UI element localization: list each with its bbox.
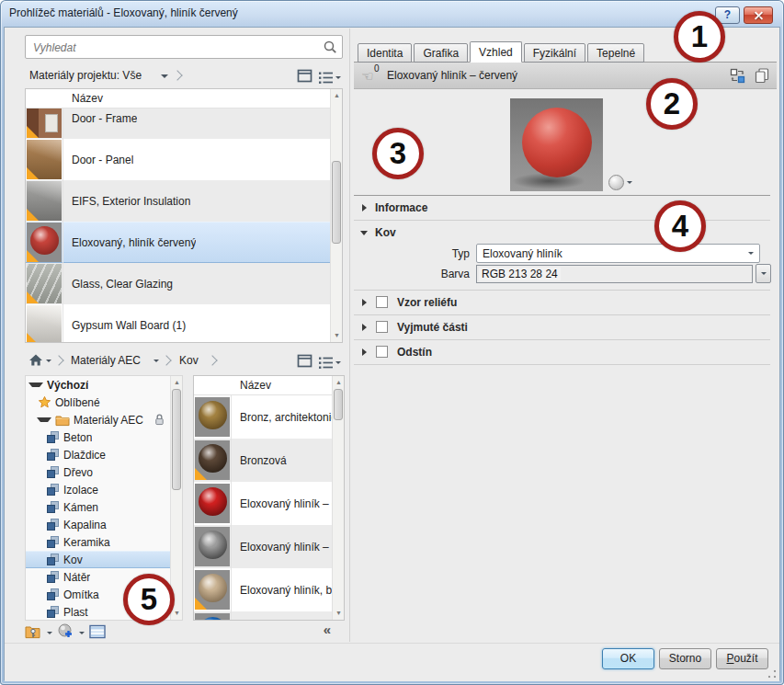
scrollbar-thumb[interactable] bbox=[332, 161, 341, 244]
section-informace[interactable]: Informace bbox=[354, 196, 770, 220]
material-name: Eloxovaný hliník, bro bbox=[230, 584, 332, 597]
view-type-icon[interactable] bbox=[318, 71, 341, 85]
combo-arrow-icon bbox=[748, 252, 754, 255]
resize-grip-icon[interactable] bbox=[767, 669, 777, 679]
collapse-library-button[interactable]: « bbox=[316, 622, 338, 638]
material-name: Glass, Clear Glazing bbox=[62, 278, 173, 291]
tree-item[interactable]: Výchozí bbox=[26, 376, 182, 394]
duplicate-asset-icon[interactable] bbox=[755, 68, 769, 86]
tree-scrollbar[interactable]: ▲ ▼ bbox=[170, 376, 182, 620]
tree-item[interactable]: Oblíbené bbox=[26, 394, 182, 411]
material-row[interactable]: Eloxovaný hliník, mo bbox=[194, 611, 332, 620]
create-material-dropdown-icon[interactable] bbox=[79, 632, 85, 634]
show-preview-pane-icon[interactable] bbox=[297, 68, 312, 86]
scroll-down-icon[interactable]: ▼ bbox=[334, 608, 344, 619]
breadcrumb-chevron-icon bbox=[161, 355, 171, 365]
manage-library-dropdown-icon[interactable] bbox=[47, 632, 52, 634]
barva-color-swatch[interactable]: RGB 213 28 24 bbox=[476, 265, 753, 283]
search-input[interactable] bbox=[31, 39, 320, 57]
expand-icon[interactable] bbox=[362, 324, 367, 331]
project-filter-label[interactable]: Materiály projektu: Vše bbox=[29, 69, 142, 82]
expander-icon[interactable] bbox=[28, 382, 43, 387]
name-column-header[interactable]: Název bbox=[194, 376, 332, 395]
scroll-down-icon[interactable]: ▼ bbox=[172, 608, 182, 619]
scrollbar-thumb[interactable] bbox=[172, 389, 181, 490]
expand-icon[interactable] bbox=[362, 204, 367, 211]
expand-icon[interactable] bbox=[362, 299, 367, 306]
scroll-up-icon[interactable]: ▲ bbox=[172, 377, 182, 388]
material-thumbnail bbox=[195, 570, 230, 610]
material-title: Eloxovaný hliník – červený bbox=[387, 69, 517, 82]
panel-splitter[interactable] bbox=[349, 29, 350, 642]
tree-item[interactable]: Kámen bbox=[26, 498, 182, 516]
material-row[interactable]: Eloxovaný hliník, bro bbox=[194, 568, 332, 611]
tree-item[interactable]: Materiály AEC bbox=[26, 411, 182, 428]
vyjmute-checkbox[interactable] bbox=[376, 321, 388, 333]
view-type-dropdown-icon[interactable] bbox=[335, 361, 341, 364]
tree-item[interactable]: Dlaždice bbox=[26, 446, 182, 463]
material-row[interactable]: Eloxovaný hliník – stř bbox=[194, 525, 332, 568]
callout-4: 4 bbox=[654, 200, 706, 252]
create-material-icon[interactable] bbox=[57, 622, 74, 643]
replace-asset-icon[interactable] bbox=[730, 68, 745, 86]
scrollbar-thumb[interactable] bbox=[334, 389, 343, 420]
warning-icon bbox=[27, 291, 39, 303]
barva-dropdown-button[interactable] bbox=[756, 264, 771, 283]
material-row[interactable]: Gypsum Wall Board (1) bbox=[26, 304, 330, 342]
home-icon[interactable] bbox=[28, 353, 43, 370]
name-column-header[interactable]: Název bbox=[26, 89, 330, 108]
preview-scene-button[interactable] bbox=[608, 175, 632, 190]
material-row[interactable]: Eloxovaný, hliník červený bbox=[26, 222, 330, 263]
library-list-scrollbar[interactable]: ▲ ▼ bbox=[332, 376, 344, 620]
tree-item[interactable]: Beton bbox=[26, 428, 182, 446]
category-icon bbox=[45, 518, 60, 532]
project-list-scrollbar[interactable]: ▲ ▼ bbox=[330, 89, 342, 342]
tree-item[interactable]: Dřevo bbox=[26, 463, 182, 481]
typ-combobox[interactable]: Eloxovaný hliník bbox=[476, 244, 760, 263]
scroll-up-icon[interactable]: ▲ bbox=[334, 377, 344, 388]
expand-icon[interactable] bbox=[362, 348, 367, 356]
material-row[interactable]: Door - Panel bbox=[26, 139, 330, 180]
material-row[interactable]: EIFS, Exterior Insulation bbox=[26, 180, 330, 222]
manage-library-icon[interactable] bbox=[25, 624, 42, 642]
aec-dropdown-icon[interactable] bbox=[153, 360, 159, 362]
breadcrumb-chevron-icon bbox=[172, 70, 182, 80]
section-divider bbox=[354, 364, 770, 365]
scroll-up-icon[interactable]: ▲ bbox=[332, 90, 342, 101]
pouzit-button[interactable]: Použít bbox=[716, 648, 768, 669]
tab[interactable]: Fyzikální bbox=[524, 43, 585, 63]
tree-item[interactable]: Kov bbox=[26, 551, 182, 568]
show-preview-pane-icon[interactable] bbox=[297, 353, 312, 371]
view-type-icon[interactable] bbox=[318, 356, 341, 370]
filter-dropdown-icon[interactable] bbox=[161, 74, 168, 78]
collapse-icon[interactable] bbox=[360, 231, 368, 235]
material-row[interactable]: Eloxovaný hliník – če bbox=[194, 482, 332, 525]
tree-item[interactable]: Keramika bbox=[26, 533, 182, 551]
tab[interactable]: Vzhled bbox=[470, 41, 522, 63]
tab[interactable]: Grafika bbox=[414, 43, 468, 63]
close-button[interactable] bbox=[744, 6, 773, 24]
material-row[interactable]: Bronzová bbox=[194, 439, 332, 482]
section-vyjmute-casti[interactable]: Vyjmuté části bbox=[354, 315, 770, 339]
tree-item-label: Beton bbox=[63, 431, 92, 444]
ok-button[interactable]: OK bbox=[602, 648, 654, 669]
tab[interactable]: Tepelné bbox=[587, 43, 644, 63]
storno-button[interactable]: Storno bbox=[659, 648, 711, 669]
material-row[interactable]: Bronz, architektonick bbox=[194, 395, 332, 439]
expander-icon[interactable] bbox=[37, 417, 51, 422]
odstin-checkbox[interactable] bbox=[376, 346, 388, 358]
section-kov[interactable]: Kov bbox=[354, 221, 770, 245]
view-type-dropdown-icon[interactable] bbox=[335, 76, 341, 79]
section-odstin[interactable]: Odstín bbox=[354, 340, 770, 364]
tree-item[interactable]: Kapalina bbox=[26, 516, 182, 533]
vzor-checkbox[interactable] bbox=[376, 296, 388, 308]
breadcrumb-kov[interactable]: Kov bbox=[179, 354, 199, 367]
material-row[interactable]: Glass, Clear Glazing bbox=[26, 263, 330, 304]
open-editor-icon[interactable] bbox=[89, 624, 107, 642]
scroll-down-icon[interactable]: ▼ bbox=[332, 330, 342, 341]
tab[interactable]: Identita bbox=[358, 43, 412, 63]
section-vzor-reliefu[interactable]: Vzor reliéfu bbox=[354, 291, 770, 314]
tree-item[interactable]: Izolace bbox=[26, 481, 182, 498]
home-dropdown-icon[interactable] bbox=[46, 360, 51, 362]
breadcrumb-aec[interactable]: Materiály AEC bbox=[71, 354, 141, 367]
